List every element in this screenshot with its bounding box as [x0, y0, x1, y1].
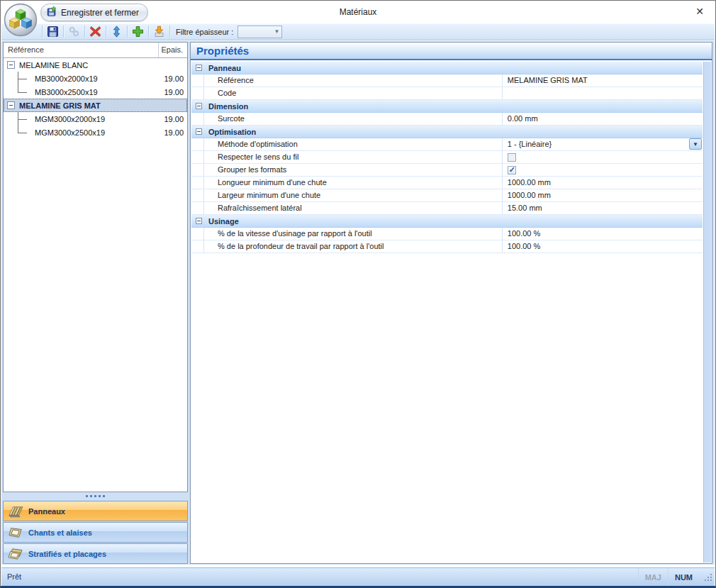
dropdown-button[interactable]: ▼ — [689, 138, 702, 150]
toolbar-separator — [148, 26, 149, 38]
property-group-usinage[interactable]: Usinage — [191, 215, 703, 228]
tree-leaf-label: MB3000x2000x19 — [35, 74, 98, 83]
toolbar-separator — [42, 26, 43, 38]
group-label: Panneau — [208, 64, 241, 72]
tree-leaf-mgm3000x2000x19[interactable]: MGM3000x2000x1919.00 — [4, 112, 187, 126]
property-row-surcote: Surcote0.00 mm — [191, 113, 703, 126]
app-cubes-icon — [4, 27, 38, 39]
property-label: Méthode d'optimisation — [204, 138, 503, 150]
tree-node-melamine-gris-mat[interactable]: MELAMINE GRIS MAT — [4, 99, 187, 112]
property-value[interactable] — [503, 87, 703, 99]
property-grid: PanneauRéférenceMELAMINE GRIS MATCodeDim… — [191, 62, 703, 562]
nav-item-panneaux[interactable]: Panneaux — [3, 501, 188, 521]
nav-label: Panneaux — [28, 507, 65, 516]
save-close-label: Enregistrer et fermer — [61, 8, 139, 18]
property-row-methode-d-optimisation: Méthode d'optimisation1 - {Linéaire}▼ — [191, 138, 703, 151]
property-label: Grouper les formats — [204, 164, 503, 176]
combobox-arrow-icon: ▼ — [274, 28, 279, 35]
tree-connector-icon — [18, 72, 28, 85]
tree-column-thickness[interactable]: Epais. — [159, 43, 187, 57]
import-button[interactable] — [151, 24, 167, 39]
link-button[interactable] — [66, 24, 82, 39]
group-label: Optimisation — [208, 128, 256, 136]
main-area: Référence Epais. MELAMINE BLANCMB3000x20… — [1, 41, 715, 565]
row-gutter — [191, 228, 204, 240]
checkbox-checked-icon[interactable] — [508, 166, 516, 174]
tree-expander-icon[interactable] — [7, 101, 15, 109]
nav-item-stratifies-et-placages[interactable]: Stratifiés et placages — [3, 543, 188, 564]
property-value[interactable] — [503, 151, 703, 163]
row-gutter — [191, 87, 204, 99]
property-row-grouper-les-formats: Grouper les formats — [191, 164, 703, 177]
property-value-text: 0.00 mm — [508, 114, 538, 123]
tree-column-reference[interactable]: Référence — [4, 43, 159, 57]
property-group-dimension[interactable]: Dimension — [191, 100, 703, 113]
property-value[interactable]: 0.00 mm — [503, 113, 703, 125]
row-gutter — [191, 164, 204, 176]
filter-thickness-combobox[interactable]: ▼ — [237, 26, 282, 38]
property-label: % de la vitesse d'usinage par rapport à … — [204, 228, 503, 240]
properties-scrollbar[interactable] — [703, 62, 711, 562]
row-gutter — [191, 240, 204, 253]
property-value[interactable]: 1000.00 mm — [503, 177, 703, 189]
add-icon — [132, 26, 144, 38]
property-label: Surcote — [204, 113, 503, 125]
property-label: Rafraîchissement latéral — [204, 202, 503, 214]
tree-node-label: MELAMINE BLANC — [19, 61, 88, 70]
tree-expander-icon[interactable] — [7, 61, 15, 69]
property-value[interactable]: MELAMINE GRIS MAT — [503, 74, 703, 87]
property-value[interactable]: 100.00 % — [503, 240, 703, 253]
app-menu-button[interactable] — [4, 3, 38, 37]
property-label: Référence — [204, 74, 503, 87]
property-row-code: Code — [191, 87, 703, 100]
resize-grip-icon[interactable] — [704, 573, 712, 583]
move-up-down-icon — [111, 26, 123, 38]
tree-leaf-label: MGM3000x2000x19 — [35, 115, 105, 123]
save-and-close-button[interactable]: Enregistrer et fermer — [40, 4, 148, 21]
properties-header: Propriétés — [191, 43, 712, 60]
property-value-text: MELAMINE GRIS MAT — [508, 76, 588, 84]
property-value[interactable]: 1 - {Linéaire}▼ — [503, 138, 703, 150]
group-expander-icon[interactable] — [196, 218, 202, 224]
add-button[interactable] — [130, 24, 146, 39]
group-expander-icon[interactable] — [196, 103, 202, 109]
row-gutter — [191, 138, 204, 150]
tree-leaf-mgm3000x2500x19[interactable]: MGM3000x2500x1919.00 — [4, 126, 187, 139]
tree-leaf-thickness: 19.00 — [164, 74, 187, 83]
property-label: Longueur minimum d'une chute — [204, 177, 503, 189]
edgeband-icon — [8, 526, 23, 539]
filter-thickness-label: Filtre épaisseur : — [176, 28, 233, 36]
tree-leaf-label: MGM3000x2500x19 — [35, 128, 105, 137]
group-expander-icon[interactable] — [196, 65, 202, 71]
row-gutter — [191, 74, 204, 87]
laminate-icon — [8, 548, 23, 560]
panel-splitter[interactable] — [3, 493, 188, 499]
tree-leaf-thickness: 19.00 — [164, 115, 187, 123]
save-button[interactable] — [45, 24, 61, 39]
properties-title: Propriétés — [196, 45, 249, 57]
property-group-panneau[interactable]: Panneau — [191, 62, 703, 74]
close-button[interactable]: ✕ — [684, 1, 715, 22]
property-value[interactable]: 100.00 % — [503, 228, 703, 240]
property-value[interactable] — [503, 164, 703, 176]
tree-connector-icon — [18, 126, 28, 139]
toolbar-separator — [63, 26, 64, 38]
property-group-optimisation[interactable]: Optimisation — [191, 126, 703, 138]
checkbox-unchecked-icon[interactable] — [508, 153, 516, 162]
property-value-text: 1000.00 mm — [508, 178, 551, 187]
tree-node-melamine-blanc[interactable]: MELAMINE BLANC — [4, 58, 187, 72]
toolbar-separator — [127, 26, 128, 38]
property-value[interactable]: 15.00 mm — [503, 202, 703, 214]
delete-button[interactable] — [87, 24, 104, 39]
property-value-text: 1 - {Linéaire} — [508, 140, 552, 148]
nav-item-chants-et-alaises[interactable]: Chants et alaises — [3, 522, 188, 543]
group-expander-icon[interactable] — [196, 128, 202, 135]
tree-leaf-mb3000x2500x19[interactable]: MB3000x2500x1919.00 — [4, 85, 187, 99]
move-up-down-button[interactable] — [108, 24, 125, 39]
property-row-rafraichissement-lateral: Rafraîchissement latéral15.00 mm — [191, 202, 703, 215]
row-gutter — [191, 189, 204, 201]
property-value[interactable]: 1000.00 mm — [503, 189, 703, 201]
row-gutter — [191, 202, 204, 214]
tree-leaf-mb3000x2000x19[interactable]: MB3000x2000x1919.00 — [4, 72, 187, 85]
tree-node-label: MELAMINE GRIS MAT — [19, 101, 101, 110]
